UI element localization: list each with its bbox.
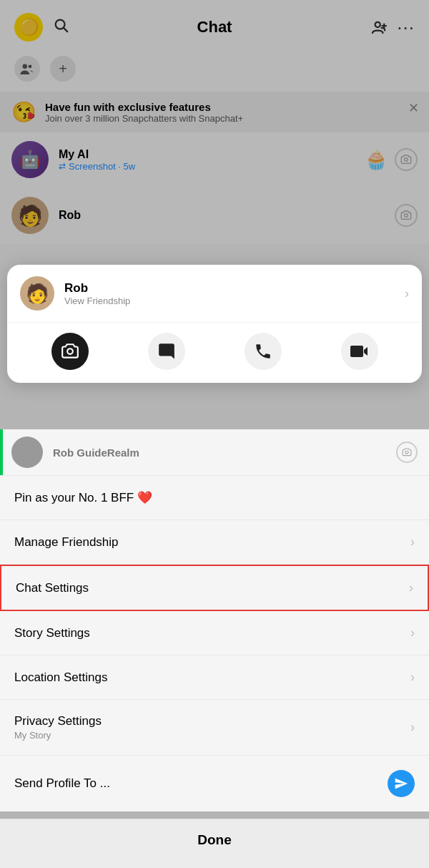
rob-guiderealm-name: Rob GuideRealm bbox=[53, 447, 139, 459]
context-chevron-icon: › bbox=[405, 286, 409, 301]
context-video-icon bbox=[341, 333, 378, 370]
location-settings-chevron-icon: › bbox=[410, 670, 415, 685]
privacy-settings-chevron-icon: › bbox=[410, 720, 415, 735]
menu-item-chat-settings[interactable]: Chat Settings › bbox=[0, 565, 429, 611]
privacy-settings-sub: My Story bbox=[14, 730, 102, 741]
context-avatar: 🧑 bbox=[20, 276, 54, 311]
chat-settings-chevron-icon: › bbox=[409, 580, 413, 595]
pin-bff-label-group: Pin as your No. 1 BFF ❤️ bbox=[14, 490, 152, 505]
context-camera-icon bbox=[51, 333, 89, 370]
bottom-menu: Rob GuideRealm Pin as your No. 1 BFF ❤️ … bbox=[0, 429, 429, 811]
context-call-button[interactable] bbox=[245, 333, 282, 370]
send-profile-icon[interactable] bbox=[388, 770, 415, 797]
chat-settings-label-group: Chat Settings bbox=[16, 581, 89, 595]
pin-bff-label: Pin as your No. 1 BFF ❤️ bbox=[14, 490, 152, 505]
svg-point-11 bbox=[67, 348, 73, 354]
done-label[interactable]: Done bbox=[197, 832, 232, 848]
privacy-settings-label: Privacy Settings bbox=[14, 714, 102, 728]
send-profile-label-group: Send Profile To ... bbox=[14, 776, 110, 791]
story-settings-label-group: Story Settings bbox=[14, 626, 90, 640]
context-call-icon bbox=[245, 333, 282, 370]
context-chat-icon bbox=[148, 333, 185, 370]
rob-guiderealm-row[interactable]: Rob GuideRealm bbox=[0, 429, 429, 476]
menu-item-privacy-settings[interactable]: Privacy Settings My Story › bbox=[0, 700, 429, 756]
context-card: 🧑 Rob View Friendship › bbox=[7, 265, 422, 383]
context-name: Rob bbox=[64, 281, 130, 296]
menu-item-pin-bff[interactable]: Pin as your No. 1 BFF ❤️ bbox=[0, 476, 429, 520]
location-settings-label: Location Settings bbox=[14, 670, 107, 685]
manage-friendship-label-group: Manage Friendship bbox=[14, 535, 119, 550]
chat-settings-label: Chat Settings bbox=[16, 581, 89, 595]
context-info: Rob View Friendship bbox=[64, 281, 130, 306]
context-camera-button[interactable] bbox=[51, 333, 89, 370]
context-chat-button[interactable] bbox=[148, 333, 185, 370]
menu-item-manage-friendship[interactable]: Manage Friendship › bbox=[0, 520, 429, 565]
svg-point-12 bbox=[405, 451, 408, 454]
send-profile-label: Send Profile To ... bbox=[14, 776, 110, 791]
done-bar: Done bbox=[0, 819, 429, 868]
rob-guiderealm-avatar bbox=[11, 437, 43, 468]
context-actions bbox=[7, 322, 422, 383]
privacy-settings-label-group: Privacy Settings My Story bbox=[14, 714, 102, 741]
story-settings-label: Story Settings bbox=[14, 626, 90, 640]
context-header[interactable]: 🧑 Rob View Friendship › bbox=[7, 265, 422, 322]
manage-friendship-label: Manage Friendship bbox=[14, 535, 119, 550]
manage-friendship-chevron-icon: › bbox=[410, 535, 415, 550]
context-sub: View Friendship bbox=[64, 296, 130, 306]
location-settings-label-group: Location Settings bbox=[14, 670, 107, 685]
menu-item-location-settings[interactable]: Location Settings › bbox=[0, 655, 429, 700]
context-video-button[interactable] bbox=[341, 333, 378, 370]
story-settings-chevron-icon: › bbox=[410, 625, 415, 640]
menu-item-story-settings[interactable]: Story Settings › bbox=[0, 611, 429, 655]
rob-gr-camera-icon bbox=[396, 442, 418, 463]
menu-item-send-profile[interactable]: Send Profile To ... bbox=[0, 756, 429, 811]
